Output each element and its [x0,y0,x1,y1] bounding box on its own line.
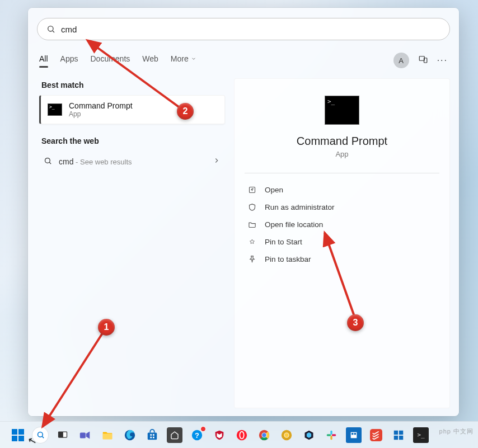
user-avatar[interactable]: A [393,53,409,68]
svg-point-37 [284,433,288,437]
taskbar-app4-icon[interactable] [391,427,406,443]
divider [245,173,439,173]
folder-icon [248,220,257,229]
svg-text:?: ? [195,431,199,439]
taskbar-store-icon[interactable] [144,427,160,443]
svg-rect-47 [399,430,403,434]
search-icon [46,25,55,34]
svg-rect-41 [332,434,336,436]
pin-icon [248,238,257,246]
svg-rect-44 [354,433,356,435]
svg-rect-20 [148,432,157,440]
action-open-label: Open [265,186,283,194]
svg-point-14 [38,432,43,437]
svg-rect-38 [330,430,332,435]
svg-line-5 [49,162,51,164]
more-options-icon[interactable]: ··· [437,55,448,65]
action-pin-start[interactable]: Pin to Start [245,233,439,251]
open-icon [248,186,257,194]
search-box[interactable] [37,18,450,40]
svg-rect-43 [352,433,353,435]
shield-icon [248,203,257,211]
taskbar-slack-icon[interactable] [324,427,339,443]
svg-rect-48 [394,435,398,439]
search-web-heading: Search the web [41,136,225,145]
filter-tabs: All Apps Documents Web More [39,54,196,67]
best-match-heading: Best match [41,81,225,89]
search-input[interactable] [61,25,440,34]
header-row: All Apps Documents Web More A ··· [37,53,450,68]
svg-rect-39 [327,434,331,436]
svg-line-15 [42,436,44,438]
tab-more-label: More [171,54,189,63]
svg-point-0 [48,26,53,31]
taskbar-explorer-icon[interactable] [100,427,115,443]
action-pin-taskbar-label: Pin to taskbar [265,255,311,263]
action-run-admin-label: Run as administrator [265,203,335,211]
taskbar-app2-icon[interactable] [301,427,317,443]
taskbar-opera-icon[interactable] [234,427,250,443]
best-match-text: Command Prompt App [69,101,133,118]
action-run-admin[interactable]: Run as administrator [245,199,439,216]
svg-point-29 [240,432,243,438]
tab-apps[interactable]: Apps [60,54,78,67]
tab-web[interactable]: Web [142,54,158,67]
taskbar-app-icon[interactable] [167,427,182,443]
results-column: Best match Command Prompt App Search the… [37,78,227,408]
svg-rect-21 [150,434,152,436]
svg-rect-24 [153,436,154,438]
svg-rect-40 [330,435,332,440]
start-search-panel: All Apps Documents Web More A ··· Best m… [28,8,459,416]
svg-rect-46 [394,430,398,434]
taskbar-chrome-canary-icon[interactable] [279,427,294,443]
pin-icon [248,255,257,263]
best-match-subtitle: App [69,110,133,118]
taskbar-help-icon[interactable]: ? [189,427,205,443]
start-button[interactable] [10,427,26,443]
details-subtitle: App [335,150,348,158]
taskbar-todoist-icon[interactable] [368,427,384,443]
taskbar-task-view[interactable] [55,427,71,443]
action-open[interactable]: Open [245,181,439,199]
web-query-label: cmd - See web results [59,157,132,166]
tab-all[interactable]: All [39,54,48,67]
svg-rect-17 [59,432,63,437]
best-match-title: Command Prompt [69,101,133,110]
taskbar: ? >_ [0,421,478,448]
command-prompt-icon-large [325,96,359,125]
header-actions: A ··· [393,53,448,68]
svg-rect-49 [399,435,403,439]
chevron-right-icon [213,157,221,167]
action-open-location[interactable]: Open file location [245,216,439,233]
details-actions: Open Run as administrator Open file loca… [245,181,439,268]
details-title: Command Prompt [297,135,387,148]
svg-point-4 [45,158,50,163]
taskbar-chrome-icon[interactable] [256,427,272,443]
svg-point-34 [262,433,266,437]
tab-more[interactable]: More [171,54,196,67]
details-pane: Command Prompt App Open Run as administr… [234,78,450,408]
tab-documents[interactable]: Documents [90,54,130,67]
command-prompt-icon [48,103,62,116]
taskbar-mcafee-icon[interactable] [212,427,227,443]
devices-icon[interactable] [418,54,428,67]
svg-line-1 [53,31,54,32]
notification-badge [200,426,206,432]
taskbar-app3-icon[interactable] [346,427,362,443]
action-pin-start-label: Pin to Start [265,238,302,246]
web-search-item[interactable]: cmd - See web results [39,151,225,172]
search-icon [44,157,52,167]
svg-rect-23 [150,436,152,438]
svg-rect-18 [80,432,86,438]
content-area: Best match Command Prompt App Search the… [37,78,450,408]
svg-rect-22 [153,434,154,436]
taskbar-terminal-icon[interactable]: >_ [413,427,429,443]
action-open-location-label: Open file location [265,220,323,229]
taskbar-search-button[interactable] [32,427,48,443]
chevron-down-icon [191,56,196,62]
action-pin-taskbar[interactable]: Pin to taskbar [245,251,439,268]
taskbar-edge-icon[interactable] [122,427,138,443]
taskbar-teams-icon[interactable] [77,427,93,443]
best-match-result[interactable]: Command Prompt App [39,95,225,124]
